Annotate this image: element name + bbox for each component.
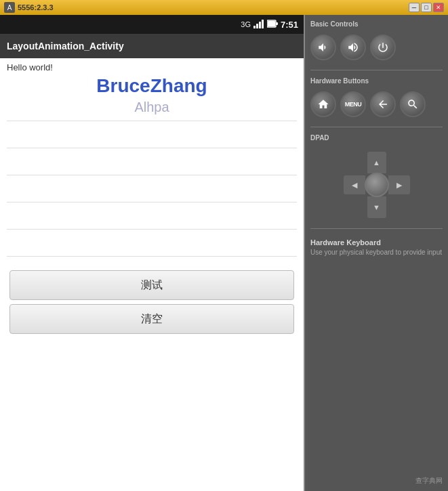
dpad-center-button[interactable] [365, 173, 389, 197]
app-icon: A [4, 2, 15, 13]
list-row [7, 230, 297, 257]
svg-rect-6 [268, 21, 275, 26]
app-title: LayoutAnimation_Activity [7, 41, 124, 51]
network-icon: 3G [241, 20, 251, 28]
divider [310, 70, 443, 70]
bottom-spacer [7, 342, 297, 487]
android-app-content: Hello world! BruceZhang Alhpa 测试 清空 [0, 58, 304, 491]
watermark: 查字典网 [415, 476, 443, 486]
minimize-button[interactable]: ─ [409, 3, 420, 12]
clear-button[interactable]: 清空 [9, 304, 294, 334]
hello-world-text: Hello world! [7, 62, 297, 72]
divider2 [310, 127, 443, 127]
hardware-buttons-row: MENU [310, 91, 443, 117]
dpad-down-button[interactable]: ▼ [367, 196, 387, 219]
android-panel: 3G 7:51 [0, 15, 305, 491]
divider3 [310, 228, 443, 229]
signal-icon [253, 20, 264, 30]
dpad-up-button[interactable]: ▲ [367, 151, 387, 174]
dpad-right-button[interactable]: ▶ [388, 175, 411, 195]
list-rows [7, 121, 297, 266]
power-button[interactable] [370, 35, 396, 60]
name-alhpa: Alhpa [7, 100, 297, 115]
basic-controls-row [310, 35, 443, 60]
dpad: ▲ ▼ ◀ ▶ [343, 151, 411, 219]
name-bruce: BruceZhang [7, 75, 297, 97]
window-controls: ─ □ ✕ [409, 3, 444, 12]
title-bar: A 5556:2.3.3 ─ □ ✕ [0, 0, 448, 15]
list-row [7, 175, 297, 202]
hardware-keyboard-title: Hardware Keyboard [310, 238, 443, 247]
hardware-keyboard-desc: Use your physical keyboard to provide in… [310, 248, 443, 257]
home-button[interactable] [310, 91, 336, 117]
menu-button[interactable]: MENU [340, 91, 366, 117]
svg-rect-5 [276, 22, 278, 25]
dpad-left-button[interactable]: ◀ [343, 175, 366, 195]
back-button[interactable] [370, 91, 396, 117]
svg-rect-0 [253, 26, 256, 28]
status-icons: 3G 7:51 [241, 20, 298, 30]
volume-up-button[interactable] [340, 35, 366, 60]
test-button[interactable]: 测试 [9, 270, 294, 300]
hardware-keyboard-section: Hardware Keyboard Use your physical keyb… [310, 238, 443, 257]
maximize-button[interactable]: □ [421, 3, 432, 12]
svg-rect-1 [256, 24, 258, 28]
search-button[interactable] [400, 91, 426, 117]
list-row [7, 148, 297, 175]
basic-controls-label: Basic Controls [310, 20, 443, 28]
dpad-label: DPAD [310, 134, 443, 142]
hardware-buttons-label: Hardware Buttons [310, 77, 443, 85]
android-buttons: 测试 清空 [7, 266, 297, 338]
volume-down-button[interactable] [310, 35, 336, 60]
svg-rect-3 [262, 20, 264, 28]
close-button[interactable]: ✕ [433, 3, 444, 12]
control-panel: Basic Controls Hardware Buttons MENU [305, 15, 448, 491]
svg-rect-2 [259, 22, 261, 28]
battery-icon [267, 20, 278, 29]
android-titlebar: LayoutAnimation_Activity [0, 34, 304, 58]
window-title: 5556:2.3.3 [18, 3, 54, 12]
android-status-bar: 3G 7:51 [0, 15, 304, 34]
list-row [7, 121, 297, 148]
status-time: 7:51 [281, 20, 298, 30]
list-row [7, 202, 297, 230]
main-content: 3G 7:51 [0, 15, 448, 491]
